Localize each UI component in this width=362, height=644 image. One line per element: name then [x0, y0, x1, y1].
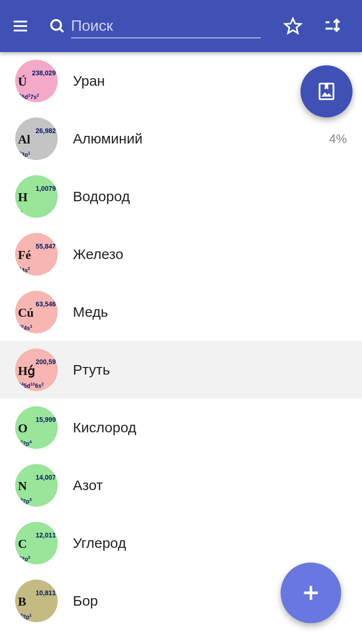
element-config: 23p1 [19, 151, 30, 158]
element-avatar: Cú63,546104s1 [15, 291, 58, 333]
element-badge: 4% [329, 132, 347, 146]
add-fab[interactable] [281, 563, 341, 623]
element-config: -32p3 [19, 497, 32, 505]
element-config: 104s1 [19, 324, 32, 331]
list-item[interactable]: Cú63,546104s1Медь [0, 283, 362, 341]
favorite-button[interactable] [280, 13, 306, 39]
element-config: -22p1 [19, 613, 32, 620]
element-config: 44s2 [19, 266, 30, 274]
element-mass: 55,847 [35, 242, 56, 250]
search-icon [48, 17, 66, 35]
element-mass: 12,011 [35, 531, 56, 539]
list-item[interactable]: H1,0079-1Водород [0, 168, 362, 225]
svg-line-4 [60, 28, 63, 32]
element-mass: 14,007 [35, 474, 56, 481]
element-avatar: N14,007-32p3 [15, 464, 58, 507]
element-symbol: H [18, 190, 27, 205]
svg-rect-6 [326, 21, 329, 23]
list-item[interactable]: N14,007-32p3Азот [0, 456, 362, 514]
element-name: Алюминий [73, 131, 329, 147]
menu-button[interactable] [11, 13, 29, 39]
element-config: -22p4 [19, 439, 32, 447]
star-outline-icon [283, 17, 302, 36]
element-name: Кислород [73, 420, 347, 436]
element-symbol: Al [18, 133, 30, 147]
element-avatar: B10,811-22p1 [15, 580, 58, 622]
element-avatar: Fé55,84744s2 [15, 233, 58, 276]
svg-point-3 [51, 20, 61, 30]
element-mass: 26,982 [35, 127, 56, 134]
list-item[interactable]: O15,999-22p4Кислород [0, 399, 362, 456]
element-symbol: N [18, 479, 27, 493]
element-mass: 1,0079 [35, 185, 56, 192]
element-symbol: B [18, 595, 26, 609]
list-item[interactable]: Fé55,84744s2Железо [0, 225, 362, 283]
element-name: Ртуть [73, 362, 347, 378]
element-symbol: C [18, 537, 27, 551]
search-input[interactable] [71, 14, 261, 38]
element-mass: 200,59 [35, 358, 56, 366]
search-button[interactable] [48, 13, 66, 39]
element-avatar: H1,0079-1 [15, 175, 58, 218]
list-item[interactable]: Hǵ200,59145d106s2Ртуть [0, 341, 362, 399]
toolbar-actions [280, 13, 362, 39]
app-toolbar [0, 0, 362, 52]
list-item[interactable]: Al26,98223p1Алюминий4% [0, 110, 362, 168]
sort-icon [323, 17, 342, 36]
element-symbol: Hǵ [18, 364, 35, 378]
plus-icon [300, 582, 321, 603]
element-symbol: Cú [18, 306, 34, 320]
element-mass: 63,546 [35, 300, 56, 308]
element-name: Железо [73, 246, 347, 262]
bookmark-fab[interactable] [300, 65, 353, 117]
element-config: 36d17s2 [19, 93, 39, 100]
element-symbol: O [18, 421, 27, 436]
element-avatar: Al26,98223p1 [15, 117, 58, 160]
element-avatar: C12,01122p2 [15, 522, 58, 564]
element-name: Медь [73, 304, 347, 320]
element-name: Водород [73, 188, 347, 205]
element-config: 22p2 [19, 555, 30, 563]
element-symbol: Ú [18, 75, 27, 89]
element-mass: 15,999 [35, 416, 56, 423]
element-name: Азот [73, 477, 347, 493]
hamburger-icon [11, 17, 29, 35]
element-symbol: Fé [18, 248, 31, 262]
svg-rect-7 [326, 27, 333, 29]
element-mass: 10,811 [35, 589, 56, 597]
svg-marker-5 [285, 18, 300, 33]
element-avatar: Hǵ200,59145d106s2 [15, 349, 58, 391]
sort-button[interactable] [319, 13, 346, 39]
element-mass: 238,029 [32, 69, 56, 77]
element-list: Ú238,02936d17s2УранAl26,98223p1Алюминий… [0, 52, 362, 630]
search-field [66, 14, 270, 38]
expand-button[interactable] [359, 13, 362, 39]
element-avatar: O15,999-22p4 [15, 406, 58, 449]
element-name: Углерод [73, 535, 347, 551]
element-config: 145d106s2 [19, 382, 44, 389]
element-avatar: Ú238,02936d17s2 [15, 60, 58, 102]
bookmark-image-icon [316, 81, 337, 102]
element-config: -1 [19, 208, 23, 216]
